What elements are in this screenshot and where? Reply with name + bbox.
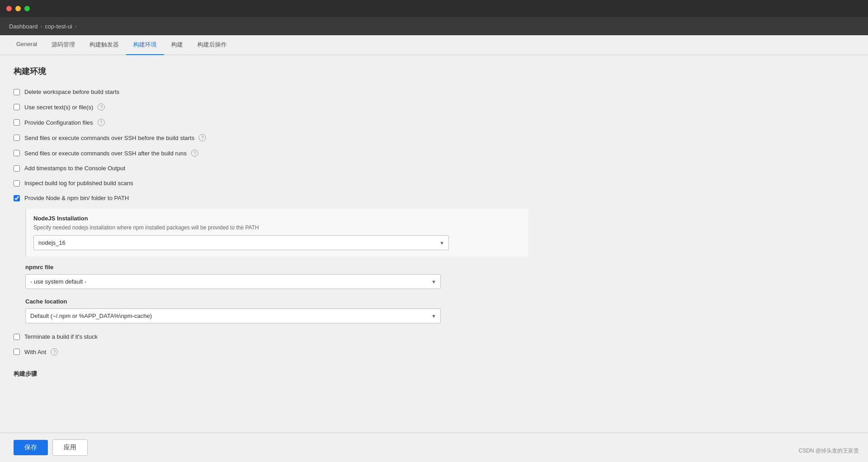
tab-build[interactable]: 构建 [164, 35, 190, 55]
tab-source[interactable]: 源码管理 [44, 35, 82, 55]
nodejs-sub-desc: Specify needed nodejs installation where… [33, 224, 521, 231]
cache-select-wrapper: Default (~/.npm or %APP_DATA%\npm-cache)… [25, 308, 441, 323]
maximize-button[interactable] [24, 6, 30, 11]
cache-field-group: Cache location Default (~/.npm or %APP_D… [25, 298, 528, 323]
checkbox-provide-config[interactable] [14, 119, 20, 126]
npmrc-select-wrapper: - use system default - ▼ [25, 274, 441, 289]
checkbox-row-provide-config: Provide Configuration files ? [14, 118, 528, 127]
breadcrumb-sep-1: › [41, 23, 42, 29]
tab-bar: General 源码管理 构建触发器 构建环境 构建 构建后操作 [0, 35, 868, 55]
checkbox-row-use-secret: Use secret text(s) or file(s) ? [14, 103, 528, 112]
checkbox-inspect-build[interactable] [14, 180, 20, 187]
label-with-ant[interactable]: With Ant [24, 349, 46, 355]
checkbox-timestamps[interactable] [14, 165, 20, 172]
help-icon-ssh-after[interactable]: ? [191, 149, 198, 157]
npmrc-field-group: npmrc file - use system default - ▼ [25, 264, 528, 289]
section-footer-label: 构建步骤 [14, 370, 528, 378]
bottom-bar: 保存 应用 [0, 433, 868, 462]
main-content: General 源码管理 构建触发器 构建环境 构建 构建后操作 构建环境 De… [0, 35, 868, 462]
npmrc-label: npmrc file [25, 264, 528, 271]
tab-env[interactable]: 构建环境 [126, 35, 164, 55]
checkbox-delete-workspace[interactable] [14, 89, 20, 95]
checkbox-use-secret[interactable] [14, 104, 20, 110]
checkbox-row-delete-workspace: Delete workspace before build starts [14, 88, 528, 96]
nodejs-sub-title: NodeJS Installation [33, 215, 521, 222]
help-icon-with-ant[interactable]: ? [51, 348, 58, 355]
label-delete-workspace[interactable]: Delete workspace before build starts [24, 89, 119, 95]
checkbox-row-timestamps: Add timestamps to the Console Output [14, 164, 528, 173]
nodejs-installation-select[interactable]: nodejs_16 nodejs_14 nodejs_18 [33, 235, 449, 250]
checkbox-row-with-ant: With Ant ? [14, 347, 528, 356]
checkbox-nodejs-path[interactable] [14, 195, 20, 201]
close-button[interactable] [6, 6, 12, 11]
nodejs-select-wrapper: nodejs_16 nodejs_14 nodejs_18 ▼ [33, 235, 449, 250]
save-button[interactable]: 保存 [14, 440, 48, 455]
label-ssh-before[interactable]: Send files or execute commands over SSH … [24, 135, 194, 141]
checkbox-terminate-stuck[interactable] [14, 334, 20, 340]
checkbox-ssh-after[interactable] [14, 150, 20, 156]
section-title: 构建环境 [14, 66, 528, 77]
checkbox-with-ant[interactable] [14, 349, 20, 355]
help-icon-provide-config[interactable]: ? [98, 119, 105, 126]
build-env-section: 构建环境 Delete workspace before build start… [0, 55, 542, 398]
nodejs-sub-section: NodeJS Installation Specify needed nodej… [25, 209, 528, 257]
breadcrumb-bar: Dashboard › cop-test-ui › [0, 17, 868, 35]
checkbox-row-terminate-stuck: Terminate a build if it's stuck [14, 332, 528, 341]
npmrc-select[interactable]: - use system default - [25, 274, 441, 289]
label-timestamps[interactable]: Add timestamps to the Console Output [24, 165, 125, 172]
checkbox-row-inspect-build: Inspect build log for published build sc… [14, 179, 528, 187]
cache-label: Cache location [25, 298, 528, 305]
help-icon-ssh-before[interactable]: ? [199, 134, 206, 141]
checkbox-row-ssh-after: Send files or execute commands over SSH … [14, 149, 528, 158]
breadcrumb-cop-test-ui[interactable]: cop-test-ui [45, 23, 72, 30]
apply-button[interactable]: 应用 [52, 439, 88, 456]
checkbox-ssh-before[interactable] [14, 135, 20, 141]
cache-select[interactable]: Default (~/.npm or %APP_DATA%\npm-cache) [25, 308, 441, 323]
label-inspect-build[interactable]: Inspect build log for published build sc… [24, 180, 133, 187]
checkbox-row-nodejs-path: Provide Node & npm bin/ folder to PATH [14, 194, 528, 202]
label-terminate-stuck[interactable]: Terminate a build if it's stuck [24, 333, 98, 340]
label-use-secret[interactable]: Use secret text(s) or file(s) [24, 104, 93, 111]
help-icon-use-secret[interactable]: ? [98, 103, 105, 111]
label-ssh-after[interactable]: Send files or execute commands over SSH … [24, 150, 187, 157]
breadcrumb-sep-2: › [75, 23, 77, 29]
checkbox-row-ssh-before: Send files or execute commands over SSH … [14, 133, 528, 142]
watermark: CSDN @掉头发的王富贵 [798, 447, 859, 455]
tab-post[interactable]: 构建后操作 [190, 35, 234, 55]
minimize-button[interactable] [15, 6, 21, 11]
label-nodejs-path[interactable]: Provide Node & npm bin/ folder to PATH [24, 195, 129, 201]
breadcrumb-dashboard[interactable]: Dashboard [9, 23, 38, 30]
tab-trigger[interactable]: 构建触发器 [82, 35, 126, 55]
label-provide-config[interactable]: Provide Configuration files [24, 119, 93, 126]
tab-general[interactable]: General [9, 35, 44, 55]
titlebar [0, 0, 868, 17]
